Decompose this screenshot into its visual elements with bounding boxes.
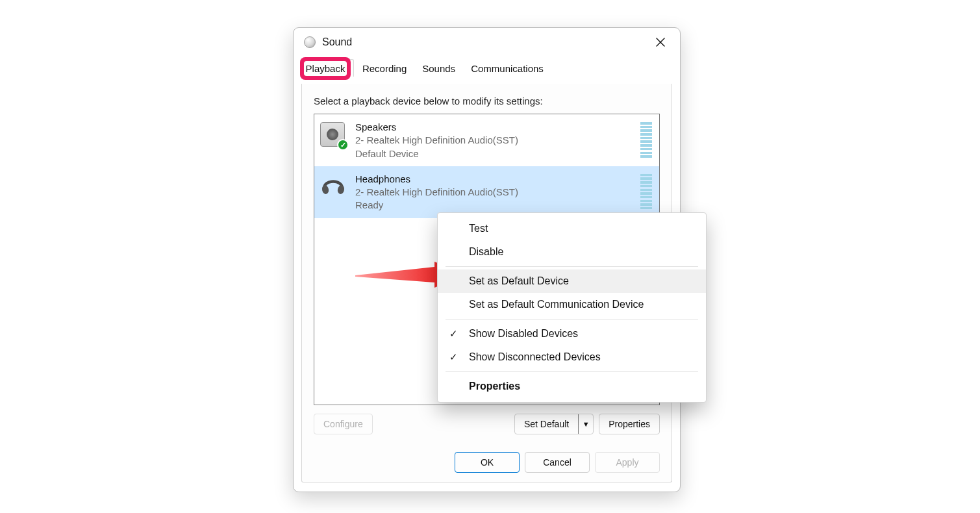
menu-separator — [446, 266, 698, 267]
menu-set-default-device[interactable]: Set as Default Device — [438, 269, 706, 293]
speaker-icon: ✓ — [320, 122, 346, 148]
menu-properties[interactable]: Properties — [438, 375, 706, 398]
cancel-button[interactable]: Cancel — [525, 452, 590, 473]
svg-point-1 — [337, 184, 346, 195]
tab-sounds[interactable]: Sounds — [415, 59, 462, 77]
menu-disable[interactable]: Disable — [438, 240, 706, 264]
tab-recording[interactable]: Recording — [355, 59, 414, 77]
menu-test[interactable]: Test — [438, 217, 706, 240]
sound-icon — [304, 36, 316, 48]
device-status: Ready — [355, 199, 518, 212]
tab-communications[interactable]: Communications — [464, 59, 551, 77]
close-button[interactable] — [647, 30, 673, 55]
default-badge-icon: ✓ — [337, 139, 349, 151]
set-default-button[interactable]: Set Default ▼ — [514, 414, 594, 434]
device-status: Default Device — [355, 147, 518, 160]
menu-separator — [446, 371, 698, 372]
close-icon — [656, 38, 665, 47]
titlebar: Sound — [294, 28, 680, 56]
tab-bar: Playback Recording Sounds Communications — [294, 59, 680, 77]
dialog-button-row: OK Cancel Apply — [455, 452, 660, 473]
configure-button[interactable]: Configure — [314, 414, 373, 434]
device-driver: 2- Realtek High Definition Audio(SST) — [355, 134, 518, 147]
level-meter-icon — [640, 121, 653, 158]
device-row-speakers[interactable]: ✓ Speakers 2- Realtek High Definition Au… — [314, 114, 659, 166]
device-driver: 2- Realtek High Definition Audio(SST) — [355, 186, 518, 199]
window-title: Sound — [322, 36, 352, 48]
tab-playback[interactable]: Playback — [300, 59, 354, 77]
device-name: Speakers — [355, 121, 518, 134]
menu-separator — [446, 319, 698, 319]
level-meter-icon — [640, 173, 653, 210]
context-menu: Test Disable Set as Default Device Set a… — [437, 212, 707, 403]
apply-button[interactable]: Apply — [595, 452, 660, 473]
headphones-icon — [320, 174, 346, 200]
ok-button[interactable]: OK — [455, 452, 520, 473]
instruction-text: Select a playback device below to modify… — [314, 95, 543, 106]
set-default-label: Set Default — [515, 414, 579, 434]
menu-set-default-comm-device[interactable]: Set as Default Communication Device — [438, 293, 706, 316]
device-button-row: Configure Set Default ▼ Properties — [314, 414, 660, 434]
svg-point-0 — [321, 184, 330, 195]
dropdown-arrow-icon[interactable]: ▼ — [579, 420, 593, 428]
menu-show-disabled[interactable]: Show Disabled Devices — [438, 322, 706, 345]
properties-button[interactable]: Properties — [599, 414, 660, 434]
device-row-headphones[interactable]: Headphones 2- Realtek High Definition Au… — [314, 166, 659, 218]
menu-show-disconnected[interactable]: Show Disconnected Devices — [438, 345, 706, 369]
device-name: Headphones — [355, 173, 518, 186]
